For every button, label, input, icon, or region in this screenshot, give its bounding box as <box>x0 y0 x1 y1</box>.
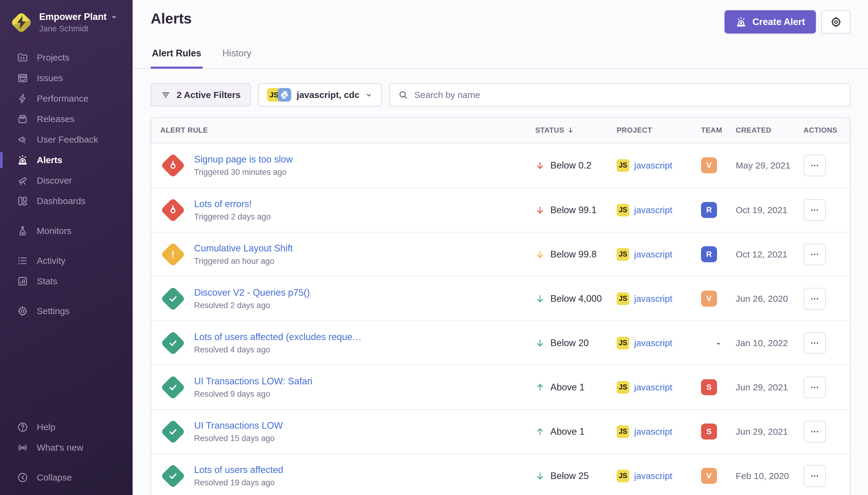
project-link[interactable]: javascript <box>634 249 672 259</box>
flame-icon <box>160 198 186 223</box>
row-actions-button[interactable] <box>803 155 826 176</box>
created-date: May 29, 2021 <box>736 160 803 171</box>
column-alert-rule: ALERT RULE <box>160 126 535 134</box>
created-date: Oct 19, 2021 <box>736 205 803 215</box>
team-cell: S <box>701 424 736 440</box>
alert-rule-link[interactable]: Lots of errors! <box>194 199 271 209</box>
team-cell: - <box>701 337 736 348</box>
row-actions-button[interactable] <box>803 332 826 354</box>
project-link[interactable]: javascript <box>634 294 672 304</box>
projects-icon <box>17 52 28 63</box>
project-link[interactable]: javascript <box>634 382 672 393</box>
check-icon <box>160 375 186 400</box>
sidebar-item-issues[interactable]: Issues <box>0 68 133 88</box>
project-cell: JS javascript <box>617 292 701 305</box>
team-cell: R <box>701 202 736 218</box>
team-avatar: - <box>701 337 736 348</box>
sidebar-item-alerts[interactable]: Alerts <box>0 150 133 170</box>
sidebar: Empower Plant Jane Schmidt Projects Issu… <box>0 0 133 495</box>
monitors-icon <box>17 225 28 237</box>
column-status[interactable]: STATUS <box>535 126 617 134</box>
alert-rule-subtext: Triggered an hour ago <box>194 257 293 266</box>
sidebar-item-what-s-new[interactable]: What's new <box>0 438 133 458</box>
check-icon <box>160 330 186 356</box>
project-link[interactable]: javascript <box>634 205 672 215</box>
arrow-down-icon <box>535 471 545 481</box>
org-switcher[interactable]: Empower Plant Jane Schmidt <box>0 0 133 33</box>
sidebar-item-performance[interactable]: Performance <box>0 88 133 109</box>
project-link[interactable]: javascript <box>634 427 672 437</box>
table-row: Lots of users affected Resolved 19 days … <box>151 454 850 495</box>
arrow-down-icon <box>535 161 545 170</box>
alert-rules-table: ALERT RULE STATUS PROJECT TEAM CREATED A… <box>151 117 851 495</box>
status-cell: Above 1 <box>535 426 617 437</box>
alert-rule-link[interactable]: UI Transactions LOW <box>194 420 283 431</box>
sidebar-item-releases[interactable]: Releases <box>0 109 133 129</box>
status-cell: Below 0.2 <box>535 160 617 171</box>
create-alert-button[interactable]: Create Alert <box>725 10 816 33</box>
org-name: Empower Plant <box>39 12 107 22</box>
table-header: ALERT RULE STATUS PROJECT TEAM CREATED A… <box>151 118 850 143</box>
status-cell: Below 99.8 <box>535 249 617 260</box>
sidebar-item-projects[interactable]: Projects <box>0 47 133 68</box>
project-cell: JS javascript <box>617 204 701 217</box>
row-actions-button[interactable] <box>803 199 826 221</box>
alert-rule-subtext: Resolved 2 days ago <box>194 301 310 310</box>
row-actions-button[interactable] <box>803 465 826 487</box>
main-content: Alerts Create Alert Alert Rules History … <box>133 0 868 495</box>
status-cell: Above 1 <box>535 382 617 393</box>
table-row: Lots of errors! Triggered 2 days ago Bel… <box>151 188 850 232</box>
javascript-platform-icon: JS <box>617 292 629 305</box>
siren-icon <box>735 16 747 28</box>
project-link[interactable]: javascript <box>634 338 672 348</box>
tab-history[interactable]: History <box>221 46 253 69</box>
javascript-platform-icon: JS <box>617 159 629 172</box>
table-row: Lots of users affected (excludes reque… … <box>151 321 850 365</box>
project-cell: JS javascript <box>617 248 701 261</box>
sidebar-item-monitors[interactable]: Monitors <box>0 221 133 241</box>
row-actions-button[interactable] <box>803 288 826 310</box>
row-actions-button[interactable] <box>803 421 826 443</box>
row-actions-button[interactable] <box>803 377 826 398</box>
project-link[interactable]: javascript <box>634 471 672 481</box>
alert-rule-subtext: Resolved 9 days ago <box>194 390 312 399</box>
project-cell: JS javascript <box>617 381 701 394</box>
project-link[interactable]: javascript <box>634 160 672 171</box>
alert-rule-link[interactable]: Lots of users affected (excludes reque… <box>194 331 362 342</box>
project-cell: JS javascript <box>617 470 701 482</box>
sidebar-item-help[interactable]: Help <box>0 417 133 438</box>
discover-icon <box>17 175 28 186</box>
sidebar-item-activity[interactable]: Activity <box>0 251 133 271</box>
alert-rule-link[interactable]: Lots of users affected <box>194 464 283 475</box>
sidebar-item-user-feedback[interactable]: User Feedback <box>0 129 133 150</box>
sidebar-item-discover[interactable]: Discover <box>0 170 133 191</box>
status-cell: Below 99.1 <box>535 205 617 216</box>
row-actions-button[interactable] <box>803 243 826 265</box>
check-icon <box>160 286 186 311</box>
sidebar-item-settings[interactable]: Settings <box>0 301 133 321</box>
alert-rule-link[interactable]: Signup page is too slow <box>194 154 293 165</box>
alert-rule-link[interactable]: UI Transactions LOW: Safari <box>194 376 312 387</box>
alert-rule-link[interactable]: Cumulative Layout Shift <box>194 243 293 254</box>
alert-settings-button[interactable] <box>821 10 851 33</box>
tab-alert-rules[interactable]: Alert Rules <box>151 46 203 69</box>
python-platform-icon <box>278 88 291 102</box>
sidebar-item-dashboards[interactable]: Dashboards <box>0 191 133 211</box>
releases-icon <box>17 113 28 125</box>
status-cell: Below 25 <box>535 471 617 481</box>
exclamation-icon <box>160 242 186 267</box>
alert-rule-link[interactable]: Discover V2 - Queries p75() <box>194 287 310 298</box>
filter-icon <box>161 90 171 100</box>
alert-rule-subtext: Resolved 19 days ago <box>194 478 283 488</box>
created-date: Oct 12, 2021 <box>736 249 803 259</box>
sidebar-item-collapse[interactable]: Collapse <box>0 467 133 488</box>
project-selector[interactable]: JS javascript, cdc <box>258 83 382 106</box>
active-filters-button[interactable]: 2 Active Filters <box>151 83 251 106</box>
alert-rule-subtext: Resolved 4 days ago <box>194 345 362 355</box>
alerts-icon <box>17 154 28 166</box>
settings-icon <box>17 305 28 317</box>
whats-new-icon <box>17 442 28 454</box>
sidebar-item-stats[interactable]: Stats <box>0 271 133 291</box>
project-cell: JS javascript <box>617 425 701 438</box>
search-input[interactable] <box>414 90 841 100</box>
